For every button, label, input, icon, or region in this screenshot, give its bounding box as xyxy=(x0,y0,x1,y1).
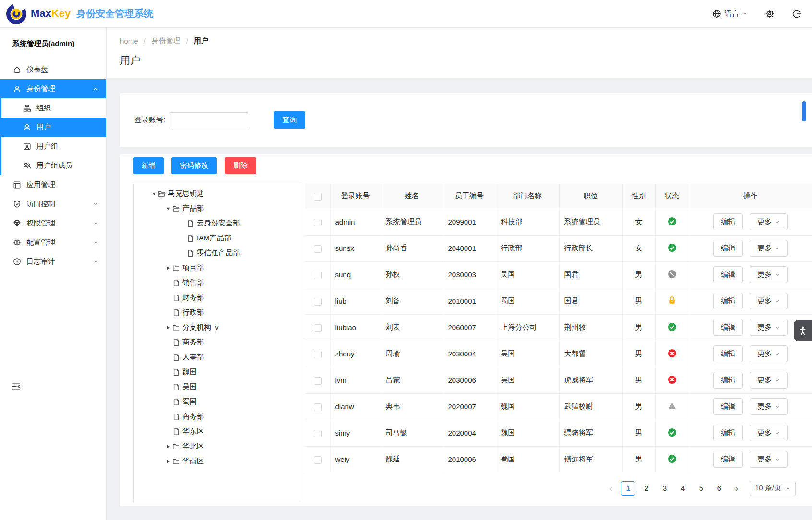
more-button[interactable]: 更多 xyxy=(750,213,788,230)
tree-node[interactable]: 云身份安全部 xyxy=(134,216,300,231)
edit-button[interactable]: 编辑 xyxy=(713,425,743,441)
sidebar-item-identity[interactable]: 身份管理 xyxy=(0,79,106,98)
row-checkbox[interactable] xyxy=(314,403,322,411)
query-button[interactable]: 查询 xyxy=(274,111,305,129)
cell-gender: 男 xyxy=(622,288,655,314)
edit-button[interactable]: 编辑 xyxy=(713,451,743,468)
cell-gender: 女 xyxy=(622,235,655,261)
table-row: sunsx 孙尚香 2040001 行政部 行政部长 女 编辑 更多 xyxy=(305,235,812,261)
sidebar-item-app-management[interactable]: 应用管理 xyxy=(0,175,106,194)
breadcrumb-item[interactable]: 身份管理 xyxy=(152,36,180,46)
page-button-4[interactable]: 4 xyxy=(676,481,690,496)
tree-node[interactable]: 商务部 xyxy=(134,335,300,350)
page-size-select[interactable]: 10 条/页 xyxy=(750,481,796,496)
tree-node[interactable]: 吴国 xyxy=(134,379,300,394)
page-button-2[interactable]: 2 xyxy=(639,481,654,496)
prev-page-button[interactable]: ‹ xyxy=(605,481,617,496)
chevron-down-icon xyxy=(775,352,780,356)
page-button-6[interactable]: 6 xyxy=(712,481,727,496)
scrollbar-thumb[interactable] xyxy=(802,101,806,121)
select-all-checkbox[interactable] xyxy=(314,193,322,201)
collapse-sidebar-button[interactable] xyxy=(12,382,21,393)
cell-employee-no: 2099001 xyxy=(443,209,496,235)
row-checkbox[interactable] xyxy=(314,272,322,279)
cell-position: 系统管理员 xyxy=(559,209,622,235)
delete-button[interactable]: 删除 xyxy=(225,157,256,174)
row-checkbox[interactable] xyxy=(314,430,322,437)
tree-node[interactable]: 行政部 xyxy=(134,305,300,320)
add-button[interactable]: 新增 xyxy=(133,157,164,174)
cell-name: 魏延 xyxy=(381,446,443,473)
sidebar-item-configuration[interactable]: 配置管理 xyxy=(0,233,106,252)
row-checkbox[interactable] xyxy=(314,245,322,253)
tree-node[interactable]: 华东区 xyxy=(134,424,300,439)
tree-node[interactable]: 人事部 xyxy=(134,350,300,365)
edit-button[interactable]: 编辑 xyxy=(713,240,743,257)
more-button[interactable]: 更多 xyxy=(750,345,788,362)
more-button[interactable]: 更多 xyxy=(750,319,788,336)
page-button-3[interactable]: 3 xyxy=(657,481,672,496)
edit-button[interactable]: 编辑 xyxy=(713,266,743,283)
breadcrumb-item[interactable]: home xyxy=(120,37,138,45)
row-checkbox[interactable] xyxy=(314,298,322,306)
row-checkbox[interactable] xyxy=(314,377,322,385)
more-button[interactable]: 更多 xyxy=(750,398,788,415)
sidebar-item-dashboard[interactable]: 仪表盘 xyxy=(0,60,106,79)
floating-assist-button[interactable] xyxy=(794,320,812,341)
tree-node[interactable]: 销售部 xyxy=(134,275,300,290)
sidebar-item-permission[interactable]: 权限管理 xyxy=(0,213,106,233)
logout-button[interactable] xyxy=(792,9,801,19)
more-button[interactable]: 更多 xyxy=(750,451,788,468)
tree-node[interactable]: 零信任产品部 xyxy=(134,246,300,260)
table-row: dianw 典韦 2020007 魏国 武猛校尉 男 编辑 更多 xyxy=(305,393,812,420)
tree-node[interactable]: 产品部 xyxy=(134,201,300,216)
row-checkbox[interactable] xyxy=(314,324,322,332)
more-button[interactable]: 更多 xyxy=(750,266,788,283)
sidebar-item-organization[interactable]: 组织 xyxy=(1,98,106,118)
page-button-1[interactable]: 1 xyxy=(621,481,635,496)
tree-node[interactable]: 项目部 xyxy=(134,260,300,275)
file-icon xyxy=(187,249,196,257)
edit-button[interactable]: 编辑 xyxy=(713,319,743,336)
more-button[interactable]: 更多 xyxy=(750,425,788,441)
edit-button[interactable]: 编辑 xyxy=(713,398,743,415)
tree-node[interactable]: 商务部 xyxy=(134,409,300,424)
language-menu[interactable]: 语言 xyxy=(712,9,748,18)
tree-node[interactable]: 华北区 xyxy=(134,439,300,454)
folder-icon xyxy=(172,324,182,331)
row-checkbox[interactable] xyxy=(314,219,322,226)
cell-login: zhouy xyxy=(330,341,381,367)
sidebar-item-label: 仪表盘 xyxy=(26,65,98,74)
sidebar-item-user-group[interactable]: 用户组 xyxy=(1,137,106,156)
row-checkbox[interactable] xyxy=(314,351,322,358)
change-password-button[interactable]: 密码修改 xyxy=(171,157,217,174)
page-head: home/身份管理/用户 用户 xyxy=(107,28,812,78)
sidebar-item-access-control[interactable]: 访问控制 xyxy=(0,194,106,213)
edit-button[interactable]: 编辑 xyxy=(713,372,743,389)
login-account-input[interactable] xyxy=(169,112,248,128)
edit-button[interactable]: 编辑 xyxy=(713,345,743,362)
edit-button[interactable]: 编辑 xyxy=(713,293,743,309)
next-page-button[interactable]: › xyxy=(730,481,743,496)
table-row: zhouy 周瑜 2030004 吴国 大都督 男 编辑 更多 xyxy=(305,341,812,367)
tree-node[interactable]: IAM产品部 xyxy=(134,231,300,246)
more-button[interactable]: 更多 xyxy=(750,293,788,309)
more-button[interactable]: 更多 xyxy=(750,240,788,257)
edit-button[interactable]: 编辑 xyxy=(713,213,743,230)
sidebar-item-audit-log[interactable]: 日志审计 xyxy=(0,252,106,271)
tree-node[interactable]: 魏国 xyxy=(134,365,300,379)
settings-button[interactable] xyxy=(765,9,775,19)
sidebar-item-user-group-member[interactable]: 用户组成员 xyxy=(1,156,106,175)
row-checkbox[interactable] xyxy=(314,456,322,464)
more-button[interactable]: 更多 xyxy=(750,372,788,389)
tree-node[interactable]: 财务部 xyxy=(134,290,300,305)
page-button-5[interactable]: 5 xyxy=(694,481,708,496)
tree-node[interactable]: 分支机构_v xyxy=(134,320,300,335)
tree-caret-right-icon xyxy=(165,325,172,330)
tree-node[interactable]: 蜀国 xyxy=(134,394,300,409)
file-icon xyxy=(172,354,182,361)
clock-icon xyxy=(12,258,21,266)
tree-node[interactable]: 马克思钥匙 xyxy=(134,186,300,201)
tree-node[interactable]: 华南区 xyxy=(134,454,300,469)
sidebar-item-user[interactable]: 用户 xyxy=(1,118,106,137)
